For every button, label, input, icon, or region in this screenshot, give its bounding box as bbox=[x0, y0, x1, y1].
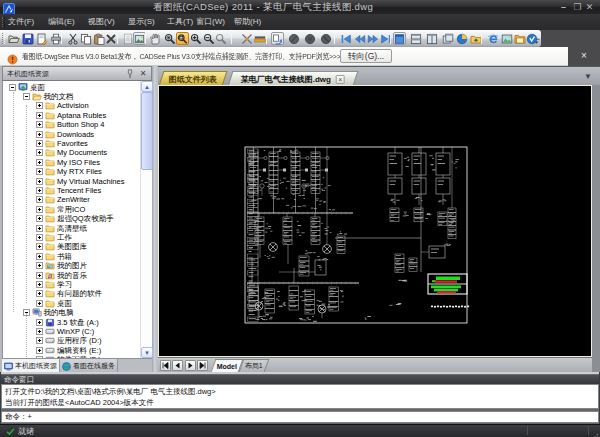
model-nav-next-icon[interactable] bbox=[185, 360, 196, 371]
tree-item-label[interactable]: 高清壁纸 bbox=[57, 224, 87, 233]
settings-orb-icon[interactable] bbox=[455, 32, 468, 45]
tree-item-label[interactable]: Aptana Rubles bbox=[57, 111, 106, 120]
tree-item[interactable]: 美图图库 bbox=[36, 242, 87, 251]
tree-item-label[interactable]: 书籍 bbox=[57, 252, 72, 261]
command-input[interactable]: 命令：+ bbox=[1, 411, 599, 423]
expand-plus-icon[interactable] bbox=[36, 281, 43, 288]
tree-scrollbar[interactable]: ▲ ▼ bbox=[140, 81, 152, 358]
tree-item-label[interactable]: My RTX Files bbox=[57, 167, 102, 176]
expand-plus-icon[interactable] bbox=[36, 178, 43, 185]
menu-item-0[interactable]: 文件(F) bbox=[8, 14, 34, 30]
zoom-realtime-icon[interactable] bbox=[214, 32, 227, 45]
menu-item-3[interactable]: 显示(S) bbox=[128, 14, 155, 30]
tree-item-label[interactable]: 桌面 bbox=[57, 299, 72, 308]
expand-plus-icon[interactable] bbox=[36, 300, 43, 307]
print-preview-icon[interactable] bbox=[35, 32, 48, 45]
tree-item-label[interactable]: 我的图片 bbox=[57, 261, 87, 270]
expand-plus-icon[interactable] bbox=[36, 187, 43, 194]
tab-active-drawing[interactable]: 某电厂电气主接线图.dwg× bbox=[228, 71, 359, 86]
notification-close-icon[interactable]: × bbox=[568, 47, 600, 66]
zoom-extents-icon[interactable] bbox=[163, 32, 176, 45]
tree-item[interactable]: My Virtual Machines bbox=[36, 177, 124, 186]
measure-point-icon[interactable] bbox=[240, 32, 253, 45]
expand-plus-icon[interactable] bbox=[36, 215, 43, 222]
tree-item[interactable]: 高清壁纸 bbox=[36, 224, 87, 233]
tree-item-label[interactable]: 编辑资料 (E:) bbox=[57, 346, 101, 355]
tree-item[interactable]: 3.5 软盘 (A:) bbox=[36, 318, 99, 327]
photo-view-icon[interactable] bbox=[500, 32, 513, 45]
resize-grip[interactable] bbox=[591, 427, 599, 435]
tree-item-label[interactable]: 工作 bbox=[57, 233, 72, 242]
menu-item-6[interactable]: 帮助(H) bbox=[234, 14, 261, 30]
layer-off-1-icon[interactable] bbox=[287, 32, 300, 45]
tree-item-label[interactable]: Activision bbox=[57, 101, 89, 110]
collapse-minus-icon[interactable] bbox=[9, 84, 16, 91]
close-button[interactable]: ✕ bbox=[584, 3, 595, 12]
sidebar-tab-local[interactable]: 本机图纸资源 bbox=[2, 359, 60, 373]
tree-item[interactable]: 编辑资料 (E:) bbox=[36, 346, 101, 355]
tree-item-label[interactable]: Tencent Files bbox=[57, 186, 101, 195]
window-cascade-icon[interactable] bbox=[441, 32, 454, 45]
tree-item-label[interactable]: 有问题的软件 bbox=[57, 289, 102, 298]
tab-drawing-list[interactable]: 图纸文件列表 bbox=[159, 71, 228, 86]
tree-item[interactable]: 超强QQ农牧助手 bbox=[36, 214, 114, 223]
nav-first-icon[interactable] bbox=[339, 32, 352, 45]
expand-plus-icon[interactable] bbox=[36, 347, 43, 354]
command-history[interactable]: 打开文件D:\我的文档\桌面\格式示例\某电厂 电气主接线图.dwg> 当前打开… bbox=[1, 384, 599, 409]
window-single-icon[interactable] bbox=[393, 32, 406, 45]
expand-plus-icon[interactable] bbox=[36, 328, 43, 335]
tree-item[interactable]: 我的电脑 bbox=[23, 308, 74, 317]
about-orb-icon[interactable] bbox=[525, 32, 538, 45]
tree-item-label[interactable]: WinXP (C:) bbox=[57, 327, 94, 336]
layer-off-3-icon[interactable] bbox=[319, 32, 332, 45]
tree-item-label[interactable]: 学习 bbox=[57, 280, 72, 289]
tree-item[interactable]: 应用程序 (D:) bbox=[36, 336, 102, 345]
expand-plus-icon[interactable] bbox=[36, 121, 43, 128]
tree-item[interactable]: WinXP (C:) bbox=[36, 327, 94, 336]
tree-item-label[interactable]: Downloads bbox=[57, 130, 94, 139]
tab-close-icon[interactable]: × bbox=[336, 75, 345, 84]
expand-plus-icon[interactable] bbox=[36, 206, 43, 213]
expand-plus-icon[interactable] bbox=[36, 159, 43, 166]
expand-plus-icon[interactable] bbox=[36, 290, 43, 297]
tree-item-label[interactable]: Favorites bbox=[57, 139, 88, 148]
window-tile-v-icon[interactable] bbox=[425, 32, 438, 45]
expand-plus-icon[interactable] bbox=[36, 243, 43, 250]
tree-item-label[interactable]: 美图图库 bbox=[57, 242, 87, 251]
expand-plus-icon[interactable] bbox=[36, 168, 43, 175]
tree-item-label[interactable]: My Documents bbox=[57, 148, 107, 157]
expand-plus-icon[interactable] bbox=[36, 225, 43, 232]
menu-item-2[interactable]: 视图(V) bbox=[88, 14, 115, 30]
tree-item-label[interactable]: 3.5 软盘 (A:) bbox=[57, 318, 99, 327]
rotate-view-icon[interactable] bbox=[271, 32, 284, 45]
expand-plus-icon[interactable] bbox=[36, 319, 43, 326]
tree-item[interactable]: Downloads bbox=[36, 130, 94, 139]
browser-ie-icon[interactable] bbox=[486, 32, 499, 45]
cut-icon[interactable] bbox=[66, 32, 79, 45]
expand-plus-icon[interactable] bbox=[36, 140, 43, 147]
model-nav-prev-icon[interactable] bbox=[172, 360, 183, 371]
tree-item-label[interactable]: 应用程序 (D:) bbox=[57, 336, 102, 345]
tree-item[interactable]: 桌面 bbox=[9, 83, 45, 92]
tree-item[interactable]: 有问题的软件 bbox=[36, 289, 102, 298]
tree-item-label[interactable]: 超强QQ农牧助手 bbox=[57, 214, 114, 223]
tree-item-label[interactable]: 我的文档 bbox=[44, 92, 74, 101]
nav-next-icon[interactable] bbox=[366, 32, 379, 45]
menu-item-4[interactable]: 工具(T) bbox=[167, 14, 193, 30]
tree-item[interactable]: 我的音乐 bbox=[36, 271, 87, 280]
scroll-up-icon[interactable]: ▲ bbox=[141, 81, 153, 92]
zoom-in-icon[interactable] bbox=[189, 32, 202, 45]
minimize-button[interactable]: – bbox=[558, 3, 569, 12]
tree-item[interactable]: 常用ICO bbox=[36, 205, 85, 214]
expand-plus-icon[interactable] bbox=[36, 253, 43, 260]
tree-item[interactable]: 学习 bbox=[36, 280, 72, 289]
tree-item[interactable]: Favorites bbox=[36, 139, 88, 148]
tree-item-label[interactable]: My ISO Files bbox=[57, 158, 100, 167]
expand-plus-icon[interactable] bbox=[36, 102, 43, 109]
tab-list-chevron-icon[interactable]: ▼ bbox=[582, 72, 594, 82]
sidebar-close-icon[interactable]: ✕ bbox=[138, 69, 148, 79]
goto-button[interactable]: 转向(G)... bbox=[340, 49, 392, 63]
tree-item[interactable]: Aptana Rubles bbox=[36, 111, 106, 120]
expand-plus-icon[interactable] bbox=[36, 149, 43, 156]
menu-item-5[interactable]: 窗口(W) bbox=[196, 14, 225, 30]
